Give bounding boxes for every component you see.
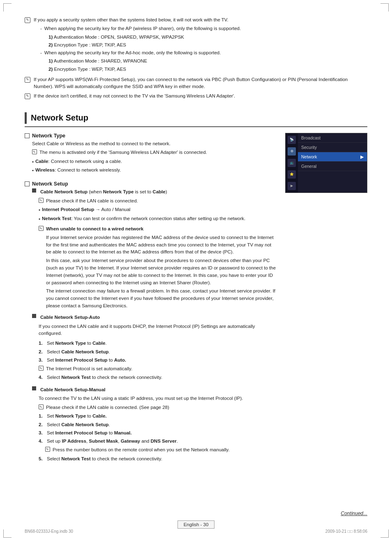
note-1-n1-text: Authentication Mode : OPEN, SHARED, WPAP… xyxy=(54,35,184,39)
tv-item-general: General xyxy=(298,162,367,171)
section-heading: Network Setup xyxy=(25,112,367,127)
note-small-icon-nt xyxy=(32,149,37,154)
network-type-title: Network Type xyxy=(25,133,277,139)
section-accent-bar xyxy=(25,112,27,124)
tv-ui: 📡 ⚙ 📺 ⭐ ▶ Broadcast Security Network ▶ xyxy=(285,133,367,193)
manual-note-1: Please check if the LAN cable is connect… xyxy=(39,404,277,411)
network-type-bullet-1: • Cable: Connect to network using a cabl… xyxy=(32,158,277,166)
corner-mark-tl xyxy=(3,3,12,12)
main-content: Network Type Select Cable or Wireless as… xyxy=(25,133,367,469)
cable-auto-label: Cable Network Setup-Auto xyxy=(40,314,100,321)
cable-setup-label: Cable Network Setup xyxy=(40,189,88,194)
network-test-label: Network Test xyxy=(42,216,71,221)
cable-bullet-1: • Internet Protocol Setup → Auto / Manua… xyxy=(39,206,277,214)
corner-mark-tr xyxy=(380,3,389,12)
cable-manual-heading-row: Cable Network Setup-Manual xyxy=(32,386,277,394)
network-setup-subsection: Network Setup Cable Network Setup (when … xyxy=(25,181,277,462)
tv-sidebar-icons: 📡 ⚙ 📺 ⭐ ▶ xyxy=(286,133,298,193)
cable-setup-content: Please check if the LAN cable is connect… xyxy=(39,197,277,310)
note-small-icon-c1 xyxy=(39,198,44,203)
cable-setup-when-val: Cable xyxy=(152,189,165,194)
note-1-n4: 2) Encryption Type : WEP, TKIP, AES xyxy=(48,66,367,73)
auto-note: The Internet Protocol is set automatical… xyxy=(39,365,277,372)
cable-auto-intro: If you connect the LAN cable and it supp… xyxy=(39,323,277,338)
page-number: English - 30 xyxy=(178,520,215,529)
wired-fail-heading: When unable to connect to a wired networ… xyxy=(46,225,277,233)
note-small-icon-m2 xyxy=(45,447,50,452)
note-3: If the device isn't certified, it may no… xyxy=(25,93,367,100)
internet-proto-text: → Auto / Manual xyxy=(95,207,130,212)
wired-fail-text3: The internet connection may failure to a… xyxy=(46,288,277,309)
manual-step-1: 1. Set Network Type to Cable. xyxy=(39,413,277,420)
note-small-icon-c2 xyxy=(39,226,44,231)
note-1-n4-text: Encryption Type : WEP, TKIP, AES xyxy=(54,67,126,72)
note-1-n3-text: Authentication Mode : SHARED, WPANONE xyxy=(54,58,147,63)
network-type-heading: Network Type xyxy=(32,133,65,139)
note-1-n1: 1) Authentication Mode : OPEN, SHARED, W… xyxy=(48,34,367,41)
cable-manual-block: Cable Network Setup-Manual To connect th… xyxy=(32,386,277,462)
note-icon-1 xyxy=(25,17,30,23)
network-type-subsection: Network Type Select Cable or Wireless as… xyxy=(25,133,277,175)
tv-item-security: Security xyxy=(298,143,367,152)
sub-dash-1-text: When applying the security key for the A… xyxy=(44,25,241,32)
cable-auto-content: If you connect the LAN cable and it supp… xyxy=(39,323,277,381)
continued-text: Continued... xyxy=(341,511,367,516)
cable-manual-intro: To connect the TV to the LAN using a sta… xyxy=(39,395,277,402)
note-1: If you apply a security system other tha… xyxy=(25,16,367,74)
black-square-1 xyxy=(32,188,36,193)
auto-step-4: 4. Select Network Test to check the netw… xyxy=(39,374,277,381)
checkbox-icon-1 xyxy=(25,133,30,138)
footer-file: BN68-02333J-Eng.indb 30 xyxy=(25,529,73,534)
sub-dash-2: - When applying the security key for the… xyxy=(40,49,367,56)
network-test-text: : You can test or confirm the network co… xyxy=(71,216,245,221)
network-type-note: The menu is activated only if the 'Samsu… xyxy=(32,149,277,156)
network-setup-title: Network Setup xyxy=(25,181,277,187)
internet-proto-label: Internet Protocol Setup xyxy=(42,207,94,212)
content-left: Network Type Select Cable or Wireless as… xyxy=(25,133,277,469)
network-type-body: Select Cable or Wireless as the method t… xyxy=(32,140,277,175)
footer-date: 2009-10-21 □□ 8:58:06 xyxy=(325,529,367,534)
manual-step-4: 4. Set up IP Address, Subnet Mask, Gatew… xyxy=(39,438,277,445)
note-1-numbered-1: 1) Authentication Mode : OPEN, SHARED, W… xyxy=(48,34,367,49)
auto-step-4-num: 4. xyxy=(39,374,44,381)
checkbox-icon-2 xyxy=(25,181,30,186)
note-1-n3-num: 1) xyxy=(48,58,53,63)
tv-icon-3: 📺 xyxy=(288,159,296,167)
manual-step-3: 3. Set Internet Protocol Setup to Manual… xyxy=(39,430,277,437)
cable-note-1-text: Please check if the LAN cable is connect… xyxy=(46,197,138,204)
note-1-n1-num: 1) xyxy=(48,35,53,39)
sub-dash-1: - When applying the security key for the… xyxy=(40,25,367,32)
corner-mark-br xyxy=(380,529,389,538)
corner-mark-bl xyxy=(3,529,12,538)
note-1-n2-num: 2) xyxy=(48,42,53,47)
tv-sidebar: 📡 ⚙ 📺 ⭐ ▶ Broadcast Security Network ▶ xyxy=(286,133,367,193)
cable-note-2-content: When unable to connect to a wired networ… xyxy=(46,225,277,310)
note-1-n3: 1) Authentication Mode : SHARED, WPANONE xyxy=(48,58,367,65)
note-1-n2-text: Encryption Type : WEP, TKIP, AES xyxy=(54,42,126,47)
cable-manual-label: Cable Network Setup-Manual xyxy=(40,386,105,394)
auto-step-1: 1. Set Network Type to Cable. xyxy=(39,340,277,347)
tv-item-network: Network ▶ xyxy=(298,152,367,162)
network-setup-heading: Network Setup xyxy=(32,181,68,187)
note-1-content: If you apply a security system other tha… xyxy=(34,16,367,74)
cable-label: Cable xyxy=(35,159,48,164)
note-3-content: If the device isn't certified, it may no… xyxy=(34,93,367,100)
cable-text: : Connect to network using a cable. xyxy=(48,159,122,164)
auto-step-2-num: 2. xyxy=(39,348,44,355)
intro-section: If you apply a security system other tha… xyxy=(25,16,367,100)
auto-step-3: 3. Set Internet Protocol Setup to Auto. xyxy=(39,357,277,364)
network-type-note-text: The menu is activated only if the 'Samsu… xyxy=(39,149,207,156)
black-square-2 xyxy=(32,314,36,318)
cable-manual-content: To connect the TV to the LAN using a sta… xyxy=(39,395,277,462)
network-type-bullet-2: • Wireless: Connect to network wirelessl… xyxy=(32,167,277,174)
tv-item-broadcast: Broadcast xyxy=(298,133,367,143)
auto-note-text: The Internet Protocol is set automatical… xyxy=(46,365,132,372)
cable-setup-when-label: Network Type xyxy=(103,189,134,194)
manual-step-2: 2. Select Cable Network Setup. xyxy=(39,421,277,428)
section-title: Network Setup xyxy=(31,113,88,123)
page: If you apply a security system other tha… xyxy=(0,0,392,541)
note-small-icon-auto xyxy=(39,366,44,371)
auto-step-1-label: Set xyxy=(47,341,54,346)
note-2-content: If your AP supports WPS(Wi-Fi Protected … xyxy=(34,76,367,91)
tv-icon-5: ▶ xyxy=(288,182,296,190)
